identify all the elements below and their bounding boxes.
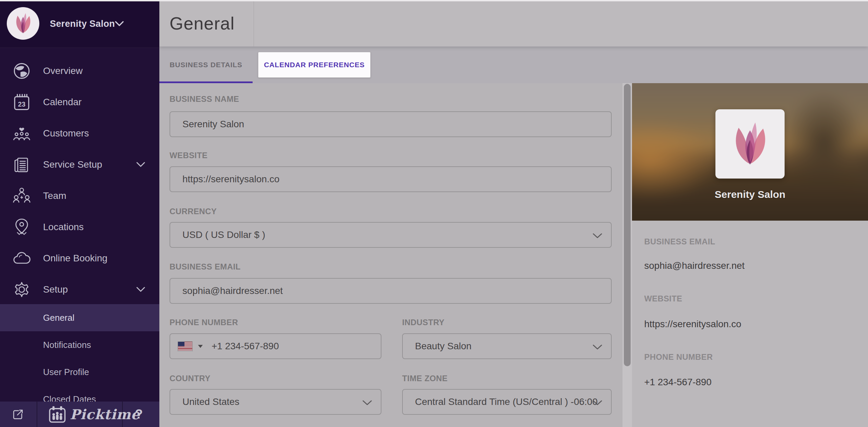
- chevron-down-icon: [136, 162, 145, 167]
- industry-select[interactable]: Beauty Salon: [402, 333, 612, 359]
- footer-divider: [122, 402, 123, 427]
- business-switcher[interactable]: Serenity Salon: [0, 0, 159, 48]
- tab-calendar-preferences[interactable]: CALENDAR PREFERENCES: [258, 52, 371, 78]
- country-label: COUNTRY: [170, 373, 211, 384]
- phone-number-value: +1 234-567-890: [212, 341, 279, 352]
- team-icon: [12, 186, 31, 205]
- footer-divider: [37, 402, 37, 427]
- globe-icon: [12, 61, 31, 80]
- picktime-app: Serenity Salon Overview 23 Calend: [0, 0, 868, 427]
- customers-icon: [12, 124, 31, 143]
- preview-phone-value: +1 234-567-890: [644, 376, 712, 388]
- industry-label: INDUSTRY: [402, 317, 445, 328]
- window-top-edge: [0, 0, 868, 1]
- page-title-box: General: [159, 0, 254, 47]
- preview-website-value: https://serenitysalon.co: [644, 318, 741, 330]
- sidebar-item-locations[interactable]: Locations: [0, 211, 159, 243]
- business-name-label: Serenity Salon: [50, 0, 115, 48]
- chevron-down-icon: [136, 287, 145, 292]
- service-setup-icon: [12, 155, 31, 174]
- sidebar-item-online-booking[interactable]: Online Booking: [0, 243, 159, 274]
- business-name-label: BUSINESS NAME: [170, 94, 239, 104]
- sidebar-subitem-notifications[interactable]: Notifications: [0, 331, 159, 358]
- currency-label: CURRENCY: [170, 206, 217, 217]
- currency-select[interactable]: USD ( US Dollar $ ): [170, 222, 612, 248]
- tab-bar: BUSINESS DETAILS CALENDAR PREFERENCES: [159, 47, 868, 83]
- time-zone-label: TIME ZONE: [402, 373, 448, 384]
- scrollbar-thumb[interactable]: [624, 84, 631, 366]
- phone-number-label: PHONE NUMBER: [170, 317, 238, 328]
- chevron-down-icon: [593, 233, 602, 239]
- active-tab-indicator: [159, 81, 253, 83]
- picktime-logo-icon[interactable]: [48, 405, 66, 424]
- svg-text:23: 23: [18, 100, 25, 108]
- business-email-label: BUSINESS EMAIL: [170, 262, 241, 272]
- sidebar-item-calendar[interactable]: 23 Calendar: [0, 87, 159, 118]
- business-name-input[interactable]: [170, 111, 612, 137]
- business-details-form: BUSINESS NAME WEBSITE CURRENCY USD ( US …: [159, 83, 623, 427]
- page-header: General: [159, 0, 868, 47]
- time-zone-select[interactable]: Central Standard Time (US/Central ) -06:…: [402, 389, 612, 415]
- calendar-icon: 23: [12, 93, 31, 112]
- location-pin-icon: [12, 218, 31, 237]
- website-input[interactable]: [170, 166, 612, 192]
- tab-business-details[interactable]: BUSINESS DETAILS: [159, 47, 253, 83]
- sidebar-footer: Picktime ?: [0, 402, 159, 427]
- sidebar-subitem-user-profile[interactable]: User Profile: [0, 358, 159, 386]
- preview-business-name: Serenity Salon: [632, 189, 868, 200]
- picktime-wordmark[interactable]: Picktime: [70, 402, 140, 427]
- us-flag-icon[interactable]: [178, 341, 193, 351]
- gear-icon: [12, 280, 31, 299]
- lotus-logo-icon: [728, 120, 772, 168]
- help-icon[interactable]: ?: [135, 402, 143, 427]
- external-link-icon[interactable]: [12, 408, 24, 421]
- page-title: General: [170, 13, 235, 34]
- chevron-down-icon: [362, 400, 372, 406]
- website-label: WEBSITE: [170, 150, 208, 161]
- sidebar-item-team[interactable]: Team: [0, 180, 159, 211]
- business-preview-panel: Serenity Salon BUSINESS EMAIL sophia@hai…: [632, 83, 868, 427]
- phone-number-input[interactable]: +1 234-567-890: [170, 333, 381, 359]
- preview-email-label: BUSINESS EMAIL: [644, 237, 715, 247]
- cloud-icon: [12, 249, 31, 268]
- sidebar: Serenity Salon Overview 23 Calend: [0, 0, 159, 427]
- preview-website-label: WEBSITE: [644, 294, 682, 304]
- sidebar-item-setup[interactable]: Setup: [0, 274, 159, 305]
- country-select[interactable]: United States: [170, 389, 381, 415]
- flag-dropdown-arrow-icon[interactable]: [198, 345, 203, 348]
- sidebar-subitem-general[interactable]: General: [0, 304, 159, 331]
- chevron-down-icon: [115, 21, 124, 27]
- business-logo-avatar: [7, 7, 39, 40]
- lotus-logo-icon: [13, 12, 34, 35]
- cover-photo: Serenity Salon: [632, 83, 868, 221]
- sidebar-item-customers[interactable]: Customers: [0, 118, 159, 149]
- business-logo-card: [715, 109, 785, 179]
- preview-phone-label: PHONE NUMBER: [644, 352, 713, 362]
- chevron-down-icon: [593, 345, 602, 350]
- business-email-input[interactable]: [170, 278, 612, 304]
- sidebar-item-service-setup[interactable]: Service Setup: [0, 149, 159, 180]
- chevron-down-icon: [593, 400, 602, 406]
- sidebar-item-overview[interactable]: Overview: [0, 55, 159, 87]
- preview-email-value: sophia@hairdresser.net: [644, 260, 745, 272]
